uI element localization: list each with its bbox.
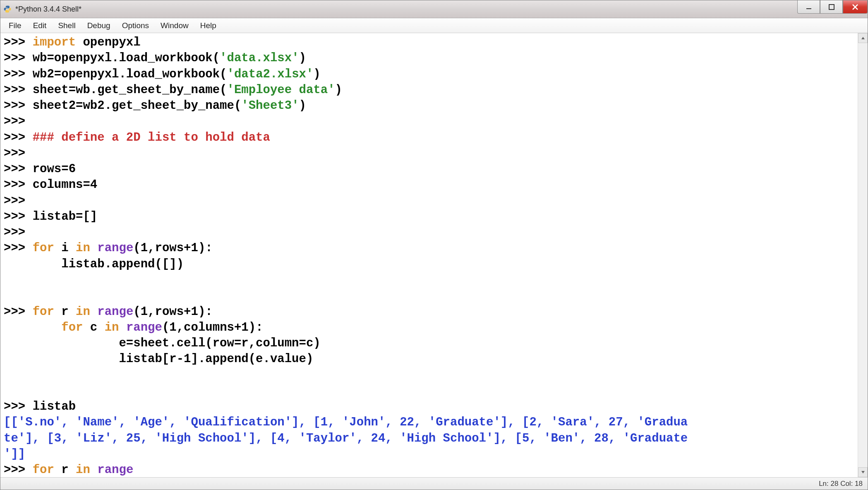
svg-marker-5 [861,471,865,473]
output-line: te'], [3, 'Liz', 25, 'High School'], [4,… [4,432,688,445]
close-icon [852,4,858,10]
kw-for: for [33,305,54,319]
code-text [119,321,126,334]
menu-file[interactable]: File [3,19,27,32]
chevron-up-icon [861,36,865,40]
output-line: [['S.no', 'Name', 'Age', 'Qualification'… [4,416,688,429]
app-window: *Python 3.4.4 Shell* File Edit Shell Deb… [0,0,868,490]
code-text: listab [33,400,76,413]
code-text: ) [313,67,320,81]
code-text: (1,rows+1): [133,305,212,319]
string-literal: 'data.xlsx' [220,51,299,65]
builtin-range: range [97,241,133,255]
comment: ### define a 2D list to hold data [33,131,270,144]
builtin-range: range [97,463,133,477]
prompt: >>> [4,131,33,144]
kw-in: in [105,321,119,334]
prompt: >>> [4,83,33,97]
kw-in: in [76,305,90,319]
prompt: >>> [4,305,33,319]
prompt: >>> [4,210,33,223]
prompt: >>> [4,463,33,477]
window-controls [797,0,868,14]
minimize-icon [806,4,812,10]
prompt: >>> [4,147,33,160]
code-text: columns=4 [33,178,98,192]
code-text: openpyxl [76,36,141,49]
maximize-icon [829,4,834,10]
code-text: rows=6 [33,162,76,176]
code-text: c [83,321,104,334]
menu-window[interactable]: Window [155,19,194,32]
maximize-button[interactable] [820,0,843,14]
code-text: r [54,463,76,477]
kw-in: in [76,463,90,477]
code-text: i [54,241,76,255]
content-wrap: >>> import openpyxl >>> wb=openpyxl.load… [0,33,868,477]
prompt: >>> [4,400,33,413]
cursor-position: Ln: 28 Col: 18 [819,480,863,488]
minimize-button[interactable] [797,0,820,14]
string-literal: 'data2.xlsx' [227,67,314,81]
prompt: >>> [4,99,33,113]
prompt: >>> [4,51,33,65]
code-text: wb2=openpyxl.load_workbook( [33,67,227,81]
code-text: wb=openpyxl.load_workbook( [33,51,220,65]
string-literal: 'Employee data' [227,83,335,97]
prompt: >>> [4,36,33,49]
kw-import: import [33,36,76,49]
code-text [90,463,97,477]
python-app-icon [3,5,12,14]
kw-for: for [33,241,54,255]
window-title: *Python 3.4.4 Shell* [15,5,82,14]
menubar: File Edit Shell Debug Options Window Hel… [0,18,868,33]
svg-rect-0 [806,8,811,9]
code-text [4,321,61,334]
prompt: >>> [4,178,33,192]
menu-help[interactable]: Help [194,19,222,32]
kw-in: in [76,241,90,255]
vertical-scrollbar[interactable] [858,33,868,477]
scroll-down-button[interactable] [858,467,868,477]
titlebar: *Python 3.4.4 Shell* [0,0,868,18]
kw-for: for [61,321,83,334]
prompt: >>> [4,194,33,208]
prompt: >>> [4,241,33,255]
chevron-down-icon [861,470,865,474]
code-text: listab[r-1].append(e.value) [4,352,313,366]
code-text: (1,columns+1): [162,321,263,334]
code-text: (1,rows+1): [133,241,212,255]
code-text: r [54,305,76,319]
code-text: ) [335,83,342,97]
output-line: ']] [4,447,25,461]
builtin-range: range [126,321,162,334]
menu-options[interactable]: Options [116,19,155,32]
close-button[interactable] [843,0,868,14]
menu-shell[interactable]: Shell [52,19,81,32]
code-text: listab.append([]) [4,257,184,271]
prompt: >>> [4,67,33,81]
code-text [90,241,97,255]
code-text: ) [299,99,306,113]
builtin-range: range [97,305,133,319]
svg-marker-4 [861,37,865,39]
scroll-up-button[interactable] [858,33,868,43]
string-literal: 'Sheet3' [241,99,299,113]
prompt: >>> [4,162,33,176]
code-text: sheet2=wb2.get_sheet_by_name( [33,99,242,113]
code-text [90,305,97,319]
code-text: ) [299,51,306,65]
kw-for: for [33,463,54,477]
menu-edit[interactable]: Edit [27,19,53,32]
code-text: sheet=wb.get_sheet_by_name( [33,83,227,97]
code-text: listab=[] [33,210,98,223]
prompt: >>> [4,226,33,239]
svg-rect-1 [829,5,834,10]
prompt: >>> [4,115,33,128]
shell-text-area[interactable]: >>> import openpyxl >>> wb=openpyxl.load… [0,33,858,477]
menu-debug[interactable]: Debug [82,19,116,32]
statusbar: Ln: 28 Col: 18 [0,477,868,490]
code-text: e=sheet.cell(row=r,column=c) [4,336,321,350]
